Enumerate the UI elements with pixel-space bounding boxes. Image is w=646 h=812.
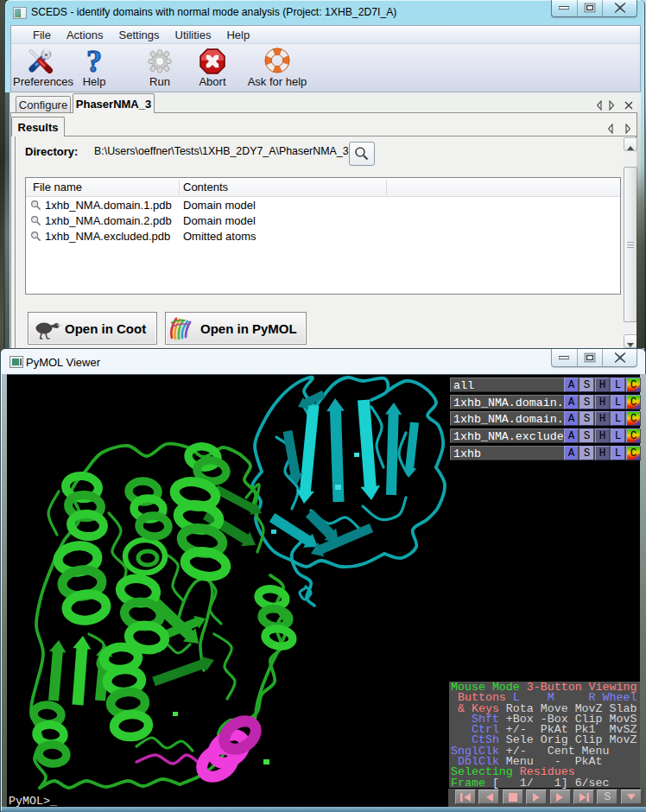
svg-text:?: ?: [86, 48, 102, 75]
